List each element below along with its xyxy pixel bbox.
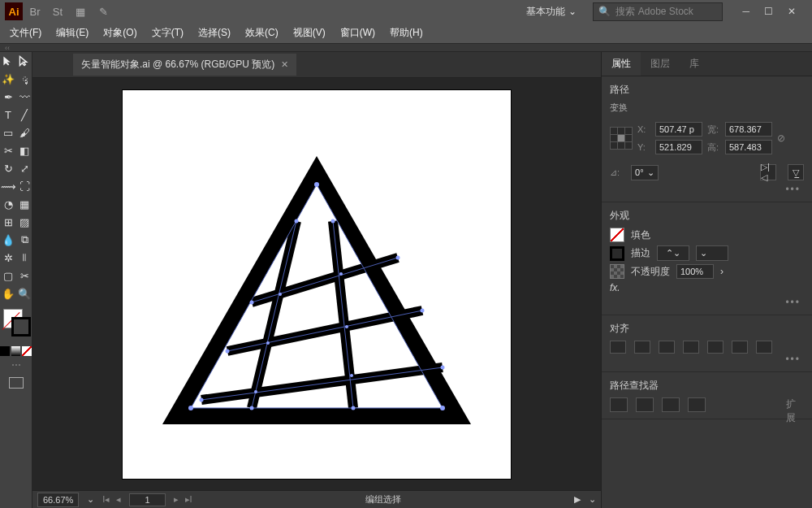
color-mode-gradient[interactable] bbox=[11, 346, 21, 356]
curvature-tool[interactable]: 〰 bbox=[16, 88, 32, 106]
rotate-tool[interactable]: ↻ bbox=[0, 159, 16, 177]
type-tool[interactable]: T bbox=[0, 106, 16, 124]
stock-icon[interactable]: St bbox=[50, 4, 65, 19]
magic-wand-tool[interactable]: ✨ bbox=[0, 70, 16, 88]
shape-builder-tool[interactable]: ◔ bbox=[0, 195, 16, 213]
mesh-tool[interactable]: ⊞ bbox=[0, 213, 16, 231]
pathfinder-unite-button[interactable] bbox=[610, 397, 628, 412]
flip-horizontal-button[interactable]: ▷|◁ bbox=[760, 164, 776, 180]
pathfinder-minus-front-button[interactable] bbox=[636, 397, 654, 412]
symbol-sprayer-tool[interactable]: ✲ bbox=[0, 249, 16, 267]
w-input[interactable]: 678.367 bbox=[725, 122, 772, 137]
eyedropper-tool[interactable]: 💧 bbox=[0, 231, 16, 249]
zoom-chevron-icon[interactable]: ⌄ bbox=[87, 494, 94, 505]
arrange-icon[interactable]: ▦ bbox=[73, 4, 88, 19]
menu-view[interactable]: 视图(V) bbox=[287, 24, 332, 42]
color-mode-none[interactable] bbox=[22, 346, 32, 356]
fx-label[interactable]: fx. bbox=[610, 282, 620, 293]
width-tool[interactable]: ⟿ bbox=[0, 177, 16, 195]
close-button[interactable]: ✕ bbox=[788, 6, 796, 17]
tab-libraries[interactable]: 库 bbox=[680, 52, 709, 76]
artboard-number[interactable]: 1 bbox=[129, 493, 165, 506]
screen-mode-button[interactable] bbox=[0, 377, 32, 389]
menu-help[interactable]: 帮助(H) bbox=[383, 24, 430, 42]
align-vcenter-button[interactable] bbox=[707, 341, 723, 354]
selected-path-triangle[interactable] bbox=[154, 148, 479, 432]
artboard-tool[interactable]: ▢ bbox=[0, 267, 16, 284]
play-icon[interactable]: ▶ bbox=[574, 494, 581, 505]
draw-mode-dots[interactable]: ⋯ bbox=[0, 359, 32, 371]
pathfinder-expand-label[interactable]: 扩展 bbox=[786, 397, 804, 412]
direct-selection-tool[interactable] bbox=[16, 52, 32, 70]
h-input[interactable]: 587.483 bbox=[725, 140, 772, 154]
stroke-color-swatch[interactable] bbox=[610, 246, 624, 261]
canvas[interactable] bbox=[32, 78, 601, 490]
align-left-button[interactable] bbox=[610, 341, 626, 354]
nav-first-icon[interactable]: I◂ bbox=[102, 494, 110, 505]
lasso-tool[interactable]: ೃ bbox=[16, 70, 32, 88]
maximize-button[interactable]: ☐ bbox=[764, 6, 773, 17]
angle-input[interactable]: 0°⌄ bbox=[631, 165, 659, 180]
blend-tool[interactable]: ⧉ bbox=[16, 231, 32, 249]
pathfinder-intersect-button[interactable] bbox=[662, 397, 680, 412]
x-input[interactable]: 507.47 p bbox=[655, 122, 702, 137]
shaper-tool[interactable]: ✂ bbox=[0, 141, 16, 159]
y-input[interactable]: 521.829 bbox=[655, 140, 702, 154]
perspective-tool[interactable]: ▦ bbox=[16, 195, 32, 213]
align-more-icon[interactable]: ••• bbox=[610, 354, 804, 365]
zoom-level[interactable]: 66.67% bbox=[37, 493, 79, 507]
menu-object[interactable]: 对象(O) bbox=[97, 24, 143, 42]
opacity-input[interactable]: 100% bbox=[676, 264, 714, 279]
nav-next-icon[interactable]: ▸ bbox=[174, 494, 179, 505]
menu-effect[interactable]: 效果(C) bbox=[239, 24, 285, 42]
document-tab[interactable]: 矢量智能对象.ai @ 66.67% (RGB/GPU 预览) ✕ bbox=[73, 54, 296, 76]
minimize-button[interactable]: ─ bbox=[742, 6, 749, 17]
status-chevron-icon[interactable]: ⌄ bbox=[589, 494, 596, 505]
line-tool[interactable]: ╱ bbox=[16, 106, 32, 124]
color-mode-solid[interactable] bbox=[0, 346, 10, 356]
distribute-button[interactable] bbox=[756, 341, 772, 354]
opacity-swatch[interactable] bbox=[610, 264, 624, 279]
menu-type[interactable]: 文字(T) bbox=[145, 24, 190, 42]
tab-layers[interactable]: 图层 bbox=[641, 52, 680, 76]
workspace-switcher[interactable]: 基本功能 ⌄ bbox=[521, 3, 581, 20]
rectangle-tool[interactable]: ▭ bbox=[0, 124, 16, 141]
brush-icon[interactable]: ✎ bbox=[96, 4, 110, 19]
menu-edit[interactable]: 编辑(E) bbox=[50, 24, 95, 42]
transform-more-icon[interactable]: ••• bbox=[610, 184, 804, 195]
nav-prev-icon[interactable]: ◂ bbox=[116, 494, 121, 505]
stroke-weight-dropdown[interactable]: ⌄ bbox=[696, 245, 728, 261]
hand-tool[interactable]: ✋ bbox=[0, 284, 16, 302]
pen-tool[interactable]: ✒ bbox=[0, 88, 16, 106]
gradient-tool[interactable]: ▨ bbox=[16, 213, 32, 231]
reference-point-selector[interactable] bbox=[610, 127, 633, 150]
fill-stroke-control[interactable] bbox=[0, 307, 32, 345]
scale-tool[interactable]: ⤢ bbox=[16, 159, 32, 177]
column-graph-tool[interactable]: ⫴ bbox=[16, 249, 32, 267]
stroke-swatch[interactable] bbox=[11, 317, 31, 336]
menu-select[interactable]: 选择(S) bbox=[192, 24, 237, 42]
menu-file[interactable]: 文件(F) bbox=[3, 24, 48, 42]
menu-window[interactable]: 窗口(W) bbox=[334, 24, 382, 42]
pathfinder-exclude-button[interactable] bbox=[688, 397, 706, 412]
align-bottom-button[interactable] bbox=[732, 341, 748, 354]
nav-last-icon[interactable]: ▸I bbox=[185, 494, 192, 505]
bridge-icon[interactable]: Br bbox=[28, 4, 42, 19]
zoom-tool[interactable]: 🔍 bbox=[16, 284, 32, 302]
free-transform-tool[interactable]: ⛶ bbox=[16, 177, 32, 195]
slice-tool[interactable]: ✂ bbox=[16, 267, 32, 284]
paintbrush-tool[interactable]: 🖌 bbox=[16, 124, 32, 141]
appearance-more-icon[interactable]: ••• bbox=[610, 297, 804, 308]
align-right-button[interactable] bbox=[659, 341, 675, 354]
close-tab-icon[interactable]: ✕ bbox=[281, 59, 288, 70]
opacity-chevron-icon[interactable]: › bbox=[720, 266, 723, 277]
selection-tool[interactable] bbox=[0, 52, 16, 70]
stroke-weight-stepper[interactable]: ⌃⌄ bbox=[657, 245, 689, 261]
stock-search[interactable]: 🔍 搜索 Adobe Stock bbox=[593, 2, 723, 21]
align-top-button[interactable] bbox=[683, 341, 699, 354]
eraser-tool[interactable]: ◧ bbox=[16, 141, 32, 159]
tab-properties[interactable]: 属性 bbox=[602, 52, 641, 76]
link-wh-icon[interactable]: ⊘ bbox=[777, 132, 785, 144]
fill-color-swatch[interactable] bbox=[610, 228, 624, 242]
flip-vertical-button[interactable]: ▽̲ bbox=[788, 164, 804, 180]
